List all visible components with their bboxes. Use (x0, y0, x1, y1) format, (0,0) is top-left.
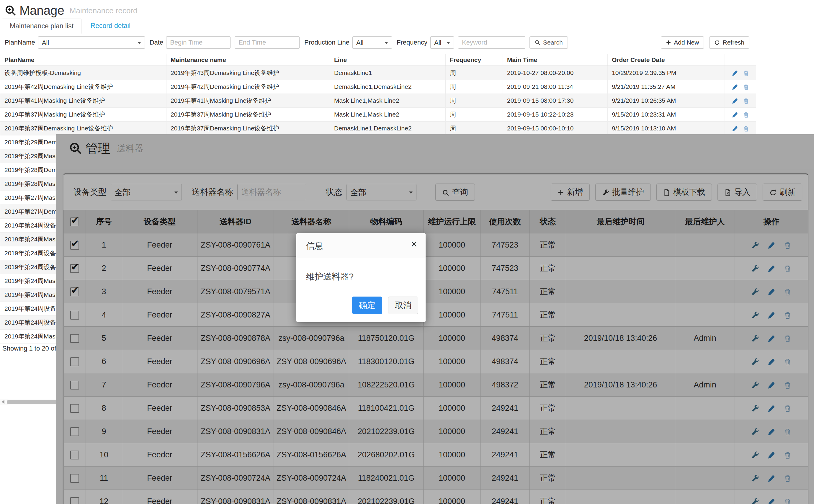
cell-created: 9/21/2019 10:26:35 AM (608, 94, 725, 108)
page-title: Manage (19, 4, 64, 18)
add-new-button[interactable]: Add New (661, 36, 704, 49)
edit-icon[interactable] (732, 69, 738, 77)
column-header-1: PlanName (0, 54, 166, 66)
page-subtitle: Maintenance record (70, 6, 138, 15)
row-actions (725, 80, 756, 94)
dialog-header: 信息 × (296, 233, 426, 258)
refresh-icon (714, 40, 720, 45)
column-header-2: Maintenance name (166, 54, 330, 66)
cell-plan: 2019年第42周Demasking Line设备维护 (0, 80, 166, 94)
refresh-button[interactable]: Refresh (709, 36, 749, 49)
close-icon[interactable]: × (411, 238, 417, 250)
cell-time: 2019-10-27 08:00-20:00 (503, 66, 608, 80)
row-actions (725, 66, 756, 80)
edit-icon[interactable] (732, 97, 738, 104)
table-row[interactable]: 2019年第42周Demasking Line设备维护2019年第42周Dema… (0, 80, 756, 94)
delete-icon[interactable] (743, 111, 749, 118)
column-header-5: Main Time (503, 54, 608, 66)
cell-time: 2019-09-15 08:00-17:30 (503, 94, 608, 108)
cell-name: 2019年第37周Demasking Line设备维护 (166, 122, 330, 135)
confirm-button[interactable]: 确定 (352, 297, 382, 314)
frequency-label: Frequency (397, 39, 427, 46)
row-actions (725, 94, 756, 108)
planname-select[interactable]: All (38, 36, 145, 49)
delete-icon[interactable] (743, 69, 749, 77)
delete-icon[interactable] (743, 97, 749, 104)
info-dialog: 信息 × 维护送料器? 确定 取消 (296, 233, 426, 322)
date-label: Date (150, 39, 163, 46)
cell-plan: 2019年第37周Masking Line设备维护 (0, 108, 166, 122)
begin-time-input[interactable] (166, 36, 231, 49)
cell-line: Mask Line1,Mask Line2 (330, 94, 446, 108)
cell-created: 9/21/2019 11:35:27 AM (608, 80, 725, 94)
cell-freq: 周 (446, 94, 503, 108)
feeder-manage-window: 管理 送料器 设备类型 全部 送料器名称 状态 全部 查询 新增 批量维护 (56, 134, 814, 504)
cell-created: 9/15/2019 10:13:10 AM (608, 122, 725, 135)
cell-time: 2019-09-21 08:00-11:34 (503, 80, 608, 94)
scroll-left-arrow-icon[interactable] (2, 400, 4, 404)
cell-name: 2019年第42周Demasking Line设备维护 (166, 80, 330, 94)
column-header-4: Frequency (446, 54, 503, 66)
showing-summary: Showing 1 to 20 of 20 (2, 345, 65, 352)
column-header-3: Line (330, 54, 446, 66)
tab-maintenance-plan-list[interactable]: Maintenance plan list (2, 19, 81, 34)
cell-created: 10/29/2019 2:39:35 PM (608, 66, 725, 80)
keyword-input[interactable] (458, 36, 525, 49)
edit-icon[interactable] (732, 83, 738, 91)
delete-icon[interactable] (743, 125, 749, 132)
search-icon (535, 40, 540, 45)
cell-line: Mask Line1,Mask Line2 (330, 108, 446, 122)
cell-name: 2019年第43周Demasking Line设备维护 (166, 66, 330, 80)
table-row[interactable]: 2019年第41周Masking Line设备维护2019年第41周Maskin… (0, 94, 756, 108)
cell-created: 9/15/2019 10:23:31 AM (608, 108, 725, 122)
column-header-7 (725, 54, 756, 66)
cell-time: 2019-09-15 10:22-10:23 (503, 108, 608, 122)
tab-bar: Maintenance plan list Record detail (0, 18, 814, 33)
cell-plan: 2019年第37周Demasking Line设备维护 (0, 122, 166, 135)
row-actions (725, 122, 756, 135)
cell-name: 2019年第41周Masking Line设备维护 (166, 94, 330, 108)
table-row[interactable]: 设备周维护模板-Demasking2019年第43周Demasking Line… (0, 66, 756, 80)
page-header: Manage Maintenance record (5, 4, 138, 18)
cell-freq: 周 (446, 108, 503, 122)
cell-plan: 2019年第41周Masking Line设备维护 (0, 94, 166, 108)
dialog-title: 信息 (306, 240, 323, 252)
cancel-button[interactable]: 取消 (388, 297, 418, 314)
cell-name: 2019年第37周Masking Line设备维护 (166, 108, 330, 122)
plan-filter-bar: PlanName All Date Production Line All Fr… (0, 35, 814, 50)
search-button[interactable]: Search (529, 36, 568, 49)
cell-freq: 周 (446, 66, 503, 80)
column-header-6: Order Create Date (608, 54, 725, 66)
cell-line: DemaskLine1 (330, 66, 446, 80)
table-row[interactable]: 2019年第37周Masking Line设备维护2019年第37周Maskin… (0, 108, 756, 122)
edit-icon[interactable] (732, 125, 738, 132)
plus-icon (666, 40, 671, 45)
planname-label: PlanName (5, 39, 35, 46)
cell-time: 2019-09-15 00:00-10:10 (503, 122, 608, 135)
end-time-input[interactable] (235, 36, 300, 49)
row-actions (725, 108, 756, 122)
edit-icon[interactable] (732, 111, 738, 118)
delete-icon[interactable] (743, 83, 749, 91)
production-line-select[interactable]: All (352, 36, 392, 49)
cell-freq: 周 (446, 80, 503, 94)
production-line-label: Production Line (304, 39, 349, 46)
tab-record-detail[interactable]: Record detail (83, 19, 138, 33)
cell-line: DemaskLine1,DemaskLine2 (330, 122, 446, 135)
table-header-row: PlanNameMaintenance nameLineFrequencyMai… (0, 54, 756, 66)
table-row[interactable]: 2019年第37周Demasking Line设备维护2019年第37周Dema… (0, 122, 756, 135)
frequency-select[interactable]: All (430, 36, 454, 49)
cell-freq: 周 (446, 122, 503, 135)
cell-line: DemaskLine1,DemaskLine2 (330, 80, 446, 94)
cell-plan: 设备周维护模板-Demasking (0, 66, 166, 80)
modal-mask (56, 134, 814, 504)
magnifier-plus-icon (5, 5, 17, 17)
dialog-message: 维护送料器? (306, 271, 354, 283)
